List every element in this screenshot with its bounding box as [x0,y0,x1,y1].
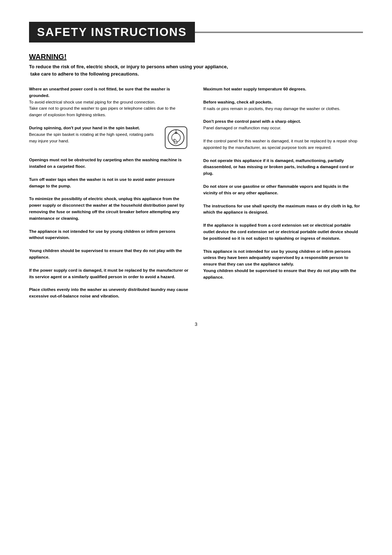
item-unearthed-power: Where an unearthed power cord is not fit… [29,86,189,118]
item-not-intended-young2: This appliance is not intended for use b… [203,248,363,281]
title-line [195,32,363,33]
item-sharp-object: Don't press the control panel with a sha… [203,118,363,151]
page-header: SAFETY INSTRUCTIONS [29,22,363,42]
item-hot-water: Maximum hot water supply temperature 60 … [203,86,363,93]
item-spinning: During spinning, don't put your hand in … [29,125,189,150]
item-check-pockets: Before washing, check all pockets. If na… [203,99,363,112]
warning-subtitle: To reduce the risk of fire, electric sho… [29,63,363,77]
right-column: Maximum hot water supply temperature 60 … [203,86,363,300]
item-do-not-operate: Do not operate this appliance if it is d… [203,158,363,177]
item-openings: Openings must not be obstructed by carpe… [29,157,189,170]
item-cord-extension: If the appliance is supplied from a cord… [203,222,363,242]
item-instructions-use: The instructions for use shall specity t… [203,203,363,216]
item-water-taps: Turn off water taps when the washer is n… [29,177,189,190]
warning-title: WARNING! [29,53,363,61]
item-gasoline: Do not store or use gasoline or other fl… [203,183,363,197]
title-box: SAFETY INSTRUCTIONS [29,22,195,42]
left-column: Where an unearthed power cord is not fit… [29,86,189,300]
item-electric-shock: To minimize the possibility of electric … [29,196,189,222]
item-place-clothes: Place clothes evenly into the washer as … [29,287,189,300]
item-power-cord-damaged: If the power supply cord is damaged, it … [29,267,189,280]
item-young-supervised: Young children should be supervised to e… [29,248,189,261]
page-title: SAFETY INSTRUCTIONS [37,25,187,39]
page-number: 3 [29,321,363,327]
warning-section: WARNING! To reduce the risk of fire, ele… [29,53,363,77]
svg-point-2 [172,133,180,142]
spin-basket-icon [163,125,189,150]
content-grid: Where an unearthed power cord is not fit… [29,86,363,300]
item-not-intended-young: The appliance is not intended for use by… [29,228,189,242]
